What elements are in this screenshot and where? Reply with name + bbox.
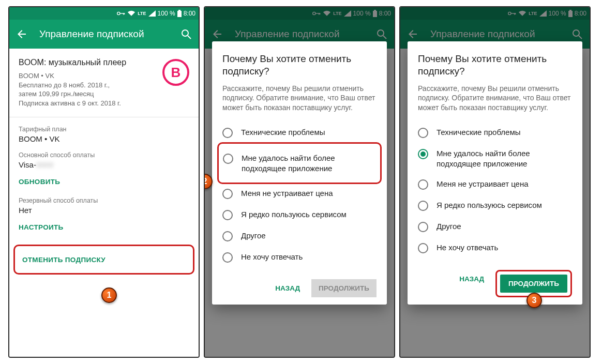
signal-icon	[148, 10, 156, 17]
dialog-title: Почему Вы хотите отменить подписку?	[418, 53, 572, 78]
svg-rect-4	[177, 11, 182, 17]
app-bar: Управление подпиской	[9, 20, 199, 49]
reason-option[interactable]: Я редко пользуюсь сервисом	[222, 204, 377, 225]
app-logo-icon: B	[162, 59, 189, 86]
reason-option[interactable]: Мне удалось найти более подходящее прило…	[223, 148, 376, 178]
reason-option[interactable]: Другое	[418, 216, 572, 237]
update-button[interactable]: ОБНОВИТЬ	[19, 178, 60, 186]
svg-rect-5	[178, 10, 180, 11]
backup-value: Нет	[19, 206, 189, 215]
reason-option[interactable]: Меня не устраивает цена	[222, 183, 377, 204]
dialog-continue-button[interactable]: ПРОДОЛЖИТЬ	[500, 275, 567, 293]
app-price-line1: Бесплатно до 8 нояб. 2018 г.,	[19, 81, 189, 90]
radio-icon	[222, 128, 233, 138]
svg-point-6	[182, 30, 188, 36]
search-icon[interactable]	[180, 28, 192, 40]
backup-label: Резервный способ оплаты	[19, 197, 189, 204]
dialog-title: Почему Вы хотите отменить подписку?	[222, 53, 377, 78]
app-active-since: Подписка активна с 9 окт. 2018 г.	[19, 99, 189, 108]
reason-option[interactable]: Технические проблемы	[222, 122, 377, 143]
wifi-icon	[127, 10, 136, 17]
dialog-continue-button-disabled: ПРОДОЛЖИТЬ	[311, 279, 377, 297]
reason-option[interactable]: Не хочу отвечать	[418, 237, 572, 259]
lte-icon: LTE	[138, 11, 146, 16]
screen-1: LTE 100 % 8:00 Управление подпиской BOOM…	[8, 6, 200, 358]
radio-icon	[222, 189, 233, 199]
clock: 8:00	[184, 10, 195, 17]
radio-icon	[223, 154, 233, 164]
cancel-reason-dialog: Почему Вы хотите отменить подписку? Расс…	[408, 41, 582, 305]
reason-option[interactable]: Я редко пользуюсь сервисом	[418, 195, 572, 216]
radio-icon	[222, 231, 233, 241]
radio-icon	[418, 179, 428, 190]
radio-icon	[222, 252, 233, 263]
reason-option[interactable]: Не хочу отвечать	[222, 247, 377, 268]
battery-icon	[177, 10, 182, 17]
cancel-reason-dialog: Почему Вы хотите отменить подписку? Расс…	[212, 41, 387, 305]
reason-option[interactable]: Меня не устраивает цена	[418, 174, 572, 195]
status-bar: LTE 100 % 8:00	[9, 7, 199, 20]
radio-icon-selected	[418, 149, 428, 159]
dialog-subtitle: Расскажите, почему Вы решили отменить по…	[418, 84, 572, 113]
svg-rect-3	[124, 13, 125, 14]
cancel-subscription-row: ОТМЕНИТЬ ПОДПИСКУ	[13, 245, 194, 275]
plan-value: BOOM • VK	[19, 134, 189, 143]
cancel-subscription-button[interactable]: ОТМЕНИТЬ ПОДПИСКУ	[22, 256, 106, 264]
svg-point-0	[117, 12, 120, 14]
radio-icon	[222, 210, 233, 220]
reason-option[interactable]: Другое	[222, 225, 377, 247]
vpn-key-icon	[117, 11, 125, 16]
dialog-back-button[interactable]: НАЗАД	[269, 279, 306, 297]
callout-marker-1: 1	[101, 287, 117, 303]
radio-icon	[418, 128, 428, 138]
subscription-content: BOOM: музыкальный плеер BOOM • VK Беспла…	[9, 49, 199, 357]
reason-option[interactable]: Технические проблемы	[418, 122, 572, 143]
reason-option-highlighted: Мне удалось найти более подходящее прило…	[217, 142, 382, 184]
reason-option-selected[interactable]: Мне удалось найти более подходящее прило…	[418, 143, 572, 174]
svg-rect-1	[120, 13, 125, 13]
callout-marker-3: 3	[526, 293, 542, 308]
dialog-subtitle: Расскажите, почему Вы решили отменить по…	[222, 84, 377, 113]
screen-3: LTE 100 % 8:00 Управление подпиской Поче…	[399, 6, 591, 358]
battery-percent: 100 %	[158, 10, 175, 17]
radio-icon	[418, 201, 428, 211]
setup-button[interactable]: НАСТРОИТЬ	[19, 223, 64, 231]
app-price-line2: затем 109,99 грн./месяц	[19, 89, 189, 99]
payment-label: Основной способ оплаты	[19, 151, 189, 159]
screen-2: LTE 100 % 8:00 Управление подпиской Поче…	[204, 6, 395, 358]
svg-line-7	[188, 36, 191, 39]
back-icon[interactable]	[16, 28, 28, 40]
dialog-back-button[interactable]: НАЗАД	[453, 270, 490, 297]
svg-rect-2	[123, 13, 124, 14]
page-title: Управление подпиской	[39, 28, 169, 40]
radio-icon	[418, 222, 428, 232]
payment-value: Visa-0000	[19, 160, 189, 169]
plan-label: Тарифный план	[19, 126, 189, 133]
radio-icon	[418, 243, 428, 253]
